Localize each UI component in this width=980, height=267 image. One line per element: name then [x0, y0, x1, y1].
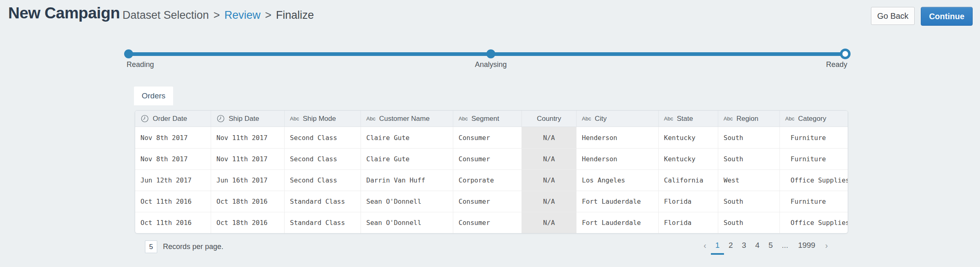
cell-customer-name: Claire Gute: [361, 127, 453, 148]
pagination-page-5[interactable]: 5: [764, 239, 777, 252]
pagination-page-1[interactable]: 1: [711, 239, 724, 255]
new-campaign-page: New Campaign Dataset Selection > Review …: [0, 0, 980, 267]
cell-state: Kentucky: [659, 148, 718, 169]
cell-segment: Consumer: [453, 148, 522, 169]
column-header-label: Region: [736, 115, 758, 123]
progress-dot-ready: [840, 49, 851, 59]
tab-orders[interactable]: Orders: [134, 87, 173, 105]
column-header-label: Customer Name: [379, 115, 430, 123]
pagination: ‹12345...1999›: [699, 239, 832, 255]
column-header-customer-name[interactable]: AbcCustomer Name: [361, 111, 453, 127]
progress-label-ready: Ready: [826, 60, 847, 69]
cell-country: N/A: [522, 169, 577, 191]
abc-icon: Abc: [785, 116, 794, 122]
pagination-page-1999[interactable]: 1999: [793, 239, 820, 252]
cell-city: Henderson: [577, 148, 659, 169]
clock-icon: [140, 114, 149, 123]
records-per-page: Records per page.: [145, 240, 223, 253]
go-back-button[interactable]: Go Back: [871, 7, 915, 25]
cell-region: West: [718, 169, 780, 191]
cell-segment: Consumer: [453, 127, 522, 148]
cell-ship-mode: Second Class: [285, 148, 361, 169]
column-header-label: Country: [537, 115, 561, 123]
column-header-ship-date[interactable]: Ship Date: [211, 111, 285, 127]
column-header-region[interactable]: AbcRegion: [718, 111, 780, 127]
table-header-row: Order DateShip DateAbcShip ModeAbcCustom…: [135, 111, 848, 127]
column-header-label: Order Date: [153, 115, 187, 123]
cell-order-date: Nov 8th 2017: [135, 127, 211, 148]
pagination-page-3[interactable]: 3: [737, 239, 751, 252]
cell-country: N/A: [522, 212, 577, 233]
pagination-ellipsis: ...: [777, 239, 793, 252]
cell-country: N/A: [522, 127, 577, 148]
cell-state: Florida: [659, 191, 718, 212]
orders-table-card: Order DateShip DateAbcShip ModeAbcCustom…: [135, 110, 848, 234]
cell-order-date: Oct 11th 2016: [135, 212, 211, 233]
cell-ship-date: Oct 18th 2016: [211, 191, 285, 212]
cell-city: Fort Lauderdale: [577, 191, 659, 212]
cell-city: Los Angeles: [577, 169, 659, 191]
abc-icon: Abc: [459, 116, 468, 122]
column-header-state[interactable]: AbcState: [659, 111, 718, 127]
column-header-segment[interactable]: AbcSegment: [453, 111, 522, 127]
cell-region: South: [718, 191, 780, 212]
pagination-page-2[interactable]: 2: [724, 239, 737, 252]
records-per-page-input[interactable]: [145, 240, 157, 253]
cell-ship-mode: Second Class: [285, 169, 361, 191]
breadcrumb: Dataset Selection > Review > Finalize: [122, 9, 314, 22]
column-header-label: City: [595, 115, 606, 123]
table-row: Oct 11th 2016Oct 18th 2016Standard Class…: [135, 212, 848, 233]
pagination-prev[interactable]: ‹: [699, 239, 711, 252]
orders-table: Order DateShip DateAbcShip ModeAbcCustom…: [135, 111, 848, 233]
cell-customer-name: Sean O'Donnell: [361, 191, 453, 212]
column-header-city[interactable]: AbcCity: [577, 111, 659, 127]
column-header-label: Ship Date: [229, 115, 259, 123]
cell-ship-date: Oct 18th 2016: [211, 212, 285, 233]
cell-ship-mode: Standard Class: [285, 191, 361, 212]
column-header-label: State: [677, 115, 693, 123]
cell-region: South: [718, 127, 780, 148]
cell-category: Furniture: [780, 127, 848, 148]
cell-category: Furniture: [780, 191, 848, 212]
cell-order-date: Oct 11th 2016: [135, 191, 211, 212]
progress-dot-analysing: [486, 49, 495, 58]
cell-segment: Consumer: [453, 212, 522, 233]
cell-state: Florida: [659, 212, 718, 233]
cell-customer-name: Sean O'Donnell: [361, 212, 453, 233]
pagination-page-4[interactable]: 4: [751, 239, 764, 252]
cell-state: Kentucky: [659, 127, 718, 148]
abc-icon: Abc: [366, 116, 375, 122]
cell-city: Henderson: [577, 127, 659, 148]
abc-icon: Abc: [724, 116, 733, 122]
abc-icon: Abc: [290, 116, 299, 122]
column-header-category[interactable]: AbcCategory: [780, 111, 848, 127]
table-row: Nov 8th 2017Nov 11th 2017Second ClassCla…: [135, 148, 848, 169]
column-header-order-date[interactable]: Order Date: [135, 111, 211, 127]
breadcrumb-dataset-selection: Dataset Selection: [122, 9, 209, 22]
cell-region: South: [718, 212, 780, 233]
breadcrumb-review-link[interactable]: Review: [224, 9, 261, 22]
pagination-next[interactable]: ›: [821, 239, 833, 252]
progress-dot-reading: [124, 49, 133, 58]
cell-ship-date: Nov 11th 2017: [211, 148, 285, 169]
breadcrumb-separator: >: [265, 9, 272, 22]
cell-order-date: Nov 8th 2017: [135, 148, 211, 169]
column-header-label: Segment: [471, 115, 499, 123]
abc-icon: Abc: [582, 116, 591, 122]
page-title: New Campaign: [8, 4, 120, 22]
cell-segment: Corporate: [453, 169, 522, 191]
column-header-ship-mode[interactable]: AbcShip Mode: [285, 111, 361, 127]
column-header-country[interactable]: Country: [522, 111, 577, 127]
cell-ship-date: Nov 11th 2017: [211, 127, 285, 148]
continue-button[interactable]: Continue: [921, 7, 973, 26]
cell-country: N/A: [522, 148, 577, 169]
column-header-label: Category: [798, 115, 826, 123]
progress-label-analysing: Analysing: [475, 60, 507, 69]
cell-ship-date: Jun 16th 2017: [211, 169, 285, 191]
clock-icon: [216, 114, 225, 123]
cell-segment: Consumer: [453, 191, 522, 212]
table-row: Jun 12th 2017Jun 16th 2017Second ClassDa…: [135, 169, 848, 191]
table-row: Oct 11th 2016Oct 18th 2016Standard Class…: [135, 191, 848, 212]
cell-category: Office Supplies: [780, 212, 848, 233]
progress-label-reading: Reading: [127, 60, 154, 69]
